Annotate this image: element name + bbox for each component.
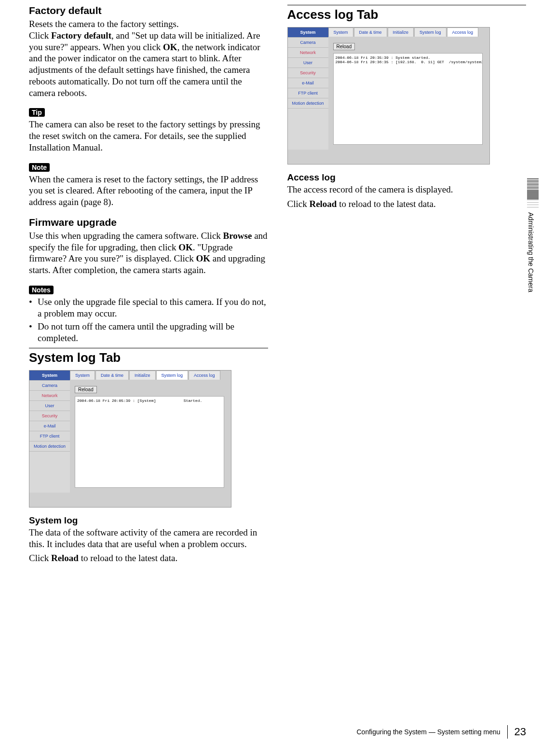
system-log-desc: The data of the software activity of the… [29, 527, 268, 550]
bold-ok: OK [163, 42, 177, 52]
sidebar-item: FTP client [288, 88, 328, 98]
reload-button: Reload [333, 43, 355, 50]
text: Resets the camera to the factory setting… [29, 19, 179, 29]
sidebar-item: Security [288, 68, 328, 78]
sidebar-header: System [288, 27, 328, 38]
sidebar-header: System [29, 371, 70, 381]
list-item: •Use only the upgrade file special to th… [29, 296, 268, 319]
reload-button: Reload [75, 386, 97, 393]
tab-active: Access log [447, 27, 479, 37]
sidebar-item: Security [29, 411, 70, 421]
footer-text: Configuring the System — System setting … [356, 728, 500, 736]
factory-default-text: Resets the camera to the factory setting… [29, 18, 268, 98]
shot-tabs: System Date & time Initialize System log… [70, 371, 231, 380]
heading-firmware-upgrade: Firmware upgrade [29, 217, 268, 228]
page-number: 23 [514, 726, 526, 738]
note-text: When the camera is reset to the factory … [29, 174, 268, 208]
tip-label: Tip [29, 108, 45, 117]
tab-active: System log [156, 371, 189, 380]
text: Use this when upgrading the camera softw… [29, 231, 223, 241]
sidebar-item: Network [29, 391, 70, 401]
access-log-desc: The access record of the camera is displ… [287, 184, 527, 195]
firmware-text: Use this when upgrading the camera softw… [29, 230, 268, 276]
heading-factory-default: Factory default [29, 5, 268, 16]
margin-decoration: Administrating the Camera [527, 179, 539, 292]
sidebar-item: Motion detection [29, 441, 70, 452]
tab: System [70, 371, 95, 380]
bold-reload: Reload [309, 199, 337, 209]
tab: Access log [189, 371, 220, 380]
sidebar-item: Camera [29, 381, 70, 391]
access-log-reload-text: Click Reload to reload to the latest dat… [287, 198, 527, 210]
margin-lines-icon [527, 179, 539, 207]
heading-access-log: Access log [287, 172, 527, 183]
heading-system-log: System log [29, 515, 268, 526]
note-item-1: Use only the upgrade file special to thi… [38, 296, 268, 319]
bullet-icon: • [29, 321, 38, 344]
sidebar-item: User [288, 58, 328, 68]
section-divider [287, 5, 527, 5]
bullet-icon: • [29, 296, 38, 319]
shot-tabs: System Date & time Initialize System log… [328, 27, 489, 37]
footer-divider [507, 725, 508, 739]
text: to reload to the latest data. [337, 199, 435, 209]
shot-sidebar: System Camera Network User Security e-Ma… [29, 371, 70, 493]
text: Click [29, 553, 51, 563]
tab: System log [414, 27, 447, 37]
heading-access-log-tab: Access log Tab [287, 7, 527, 22]
sidebar-item: Camera [288, 38, 328, 48]
page-footer: Configuring the System — System setting … [356, 725, 526, 739]
tab: Date & time [95, 371, 129, 380]
list-item: •Do not turn off the camera until the up… [29, 321, 268, 344]
bold-reload: Reload [51, 553, 79, 563]
bold-browse: Browse [223, 231, 252, 241]
screenshot-system-log: System Camera Network User Security e-Ma… [29, 370, 231, 508]
sidebar-item: e-Mail [288, 78, 328, 88]
note-item-2: Do not turn off the camera until the upg… [38, 321, 268, 344]
sidebar-item: Network [288, 48, 328, 58]
text: Click [287, 199, 310, 209]
notes-label: Notes [29, 286, 54, 294]
margin-section-label: Administrating the Camera [527, 212, 535, 292]
sidebar-item: FTP client [29, 431, 70, 441]
sidebar-item: e-Mail [29, 421, 70, 431]
screenshot-access-log: System Camera Network User Security e-Ma… [287, 27, 490, 165]
bold-ok: OK [196, 253, 211, 263]
tab: Initialize [129, 371, 156, 380]
system-log-reload-text: Click Reload to reload to the latest dat… [29, 552, 268, 564]
tab: System [328, 27, 353, 37]
bold-factory-default: Factory default [51, 30, 111, 41]
shot-sidebar: System Camera Network User Security e-Ma… [288, 27, 328, 150]
sidebar-item: Motion detection [288, 98, 328, 109]
log-textarea: 2004-06-18 Fri 20:35:39 : System started… [333, 53, 483, 145]
bold-ok: OK [178, 242, 193, 252]
heading-system-log-tab: System log Tab [29, 350, 268, 365]
section-divider [29, 348, 268, 348]
tip-text: The camera can also be reset to the fact… [29, 119, 268, 153]
sidebar-item: User [29, 401, 70, 411]
log-textarea: 2004-06-18 Fri 20:05:39 : [System] Start… [75, 396, 224, 488]
note-label: Note [29, 163, 50, 172]
text: to reload to the latest data. [79, 553, 177, 563]
text: Click [29, 30, 51, 41]
tab: Date & time [354, 27, 387, 37]
notes-list: •Use only the upgrade file special to th… [29, 296, 268, 344]
tab: Initialize [388, 27, 414, 37]
